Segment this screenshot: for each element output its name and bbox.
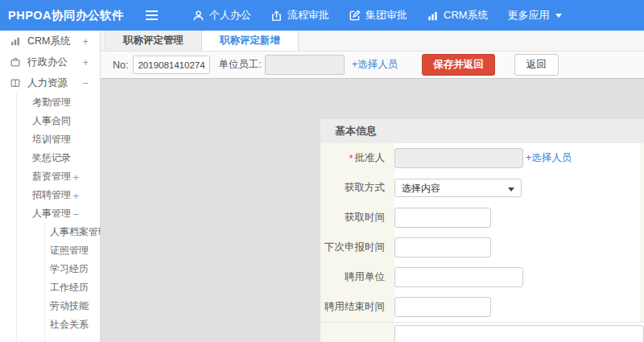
sidebar: CRM系统 + 行政办公 + 人力资源 − 考勤管理 人事合同 培训管理 奖惩记… [0, 31, 101, 342]
sidebar-item-admin-office[interactable]: 行政办公 + [0, 52, 100, 72]
form-row-employment-end-time: 聘用结束时间 [320, 292, 644, 322]
topbar: PHPOA协同办公软件 个人办公 流程审批 集团审批 [0, 0, 644, 31]
caret-down-icon [555, 14, 562, 18]
form-row-evaluation-detail: 评定详情 [320, 322, 644, 342]
save-and-return-button[interactable]: 保存并返回 [422, 54, 495, 76]
tab-title-evaluation-manage[interactable]: 职称评定管理 [105, 31, 202, 51]
tab-title-evaluation-new[interactable]: 职称评定新增 [202, 31, 299, 51]
back-button[interactable]: 返回 [514, 54, 559, 76]
topnav-item-group-approval[interactable]: 集团审批 [349, 8, 407, 23]
topnav-item-more-apps[interactable]: 更多应用 [508, 8, 562, 23]
tab-strip: 职称评定管理 职称评定新增 [101, 31, 644, 52]
form-row-employer: 聘用单位 [320, 262, 644, 292]
evaluation-detail-textarea[interactable] [394, 325, 644, 342]
sidebar-item-label: 工作经历 [50, 281, 89, 295]
person-icon [192, 10, 204, 22]
flow-approval-icon [270, 10, 283, 22]
sidebar-item-label: 学习经历 [50, 262, 89, 276]
main-area: 职称评定管理 职称评定新增 No: 单位员工: +选择人员 保存并返回 返回 基… [101, 31, 644, 342]
topnav-item-flow-approval[interactable]: 流程审批 [270, 8, 329, 23]
acquire-time-input[interactable] [394, 208, 491, 228]
sidebar-item-rewards[interactable]: 奖惩记录 [0, 149, 100, 167]
sidebar-item-label: 证照管理 [50, 244, 89, 258]
right-label-column-strip [640, 143, 644, 322]
select-person-link[interactable]: +选择人员 [526, 151, 572, 165]
selected-option: 选择内容 [402, 183, 440, 194]
next-apply-time-input[interactable] [394, 237, 491, 258]
sidebar-item-crm[interactable]: CRM系统 + [0, 31, 100, 52]
field-label: 下次申报时间 [320, 233, 394, 262]
app-logo: PHPOA协同办公软件 [0, 8, 135, 23]
content-area: 基本信息 * 批准人 +选择人员 获取方式 选择内容 [101, 109, 644, 342]
form-row-acquire-method: 获取方式 选择内容 [320, 173, 644, 203]
field-label: 获取方式 [320, 173, 394, 203]
sidebar-item-education-history[interactable]: 学习经历 [0, 260, 100, 278]
briefcase-icon [10, 56, 21, 68]
approver-input[interactable] [394, 148, 523, 168]
sidebar-item-certificates[interactable]: 证照管理 [0, 241, 100, 260]
topnav-label: CRM系统 [444, 8, 489, 23]
sidebar-item-salary[interactable]: 薪资管理 + [0, 167, 100, 186]
bar-chart-icon [10, 35, 21, 47]
sidebar-item-label: 行政办公 [27, 56, 68, 69]
field-label: 评定详情 [320, 323, 394, 342]
form-panel: 基本信息 * 批准人 +选择人员 获取方式 选择内容 [320, 119, 644, 342]
topnav-item-personal-office[interactable]: 个人办公 [192, 8, 251, 23]
employer-input[interactable] [394, 267, 523, 287]
sidebar-item-personnel-files[interactable]: 人事档案管理 [0, 223, 100, 241]
section-title: 基本信息 [320, 119, 644, 143]
field-label: 聘用单位 [320, 262, 394, 292]
select-person-link[interactable]: +选择人员 [352, 58, 398, 72]
sidebar-item-work-history[interactable]: 工作经历 [0, 278, 100, 297]
sidebar-item-attendance[interactable]: 考勤管理 [0, 93, 100, 112]
sidebar-item-label: 培训管理 [32, 133, 71, 146]
expand-icon[interactable]: + [72, 171, 79, 183]
bar-chart-icon [427, 10, 439, 22]
form-row-acquire-time: 获取时间 [320, 203, 644, 233]
form-row-next-apply-time: 下次申报时间 [320, 233, 644, 262]
employment-end-time-input[interactable] [394, 297, 491, 317]
topnav: 个人办公 流程审批 集团审批 CRM系统 更多应用 [173, 8, 562, 23]
collapse-icon[interactable]: − [82, 77, 89, 89]
required-mark: * [349, 153, 353, 164]
app-window: PHPOA协同办公软件 个人办公 流程审批 集团审批 [0, 0, 644, 342]
field-label: * 批准人 [320, 143, 394, 173]
sidebar-item-recruitment[interactable]: 招聘管理 + [0, 186, 100, 204]
sidebar-item-label: 人事合同 [32, 114, 71, 128]
sidebar-item-labor-skills[interactable]: 劳动技能 [0, 297, 100, 315]
sidebar-item-label: 招聘管理 [32, 188, 71, 202]
sidebar-item-label: 人事管理 [32, 207, 71, 220]
sidebar-item-label: CRM系统 [27, 35, 70, 48]
no-input[interactable] [133, 56, 210, 74]
field-label: 聘用结束时间 [320, 292, 394, 322]
sidebar-item-training[interactable]: 培训管理 [0, 130, 100, 149]
dropdown-caret-icon [508, 187, 514, 192]
acquire-method-select[interactable]: 选择内容 [394, 179, 522, 197]
field-label: 获取时间 [320, 203, 394, 233]
sidebar-item-label: 劳动技能 [50, 299, 89, 313]
collapse-icon[interactable]: − [72, 208, 79, 220]
sidebar-item-label: 考勤管理 [32, 96, 71, 109]
toolbar: No: 单位员工: +选择人员 保存并返回 返回 [101, 52, 644, 79]
edit-square-icon [349, 10, 361, 22]
employee-input[interactable] [265, 55, 345, 75]
form-row-approver: * 批准人 +选择人员 [320, 143, 644, 173]
sidebar-item-label: 人事档案管理 [50, 225, 108, 239]
sidebar-item-personnel[interactable]: 人事管理 − [0, 204, 100, 223]
sidebar-item-label: 薪资管理 [32, 170, 71, 183]
topnav-label: 集团审批 [365, 8, 407, 23]
sidebar-item-social-relations[interactable]: 社会关系 [0, 315, 100, 334]
sidebar-item-hr-contract[interactable]: 人事合同 [0, 112, 100, 130]
book-icon [10, 77, 21, 89]
sidebar-item-label: 人力资源 [27, 76, 68, 90]
menu-toggle-icon[interactable] [145, 10, 159, 21]
expand-icon[interactable]: + [82, 35, 89, 47]
no-label: No: [113, 60, 128, 71]
sidebar-item-label: 奖惩记录 [32, 151, 71, 165]
expand-icon[interactable]: + [82, 56, 89, 68]
topnav-label: 流程审批 [287, 8, 329, 23]
topnav-item-crm[interactable]: CRM系统 [427, 8, 489, 23]
employee-label: 单位员工: [218, 58, 261, 72]
sidebar-item-hr[interactable]: 人力资源 − [0, 72, 100, 93]
expand-icon[interactable]: + [72, 189, 79, 201]
